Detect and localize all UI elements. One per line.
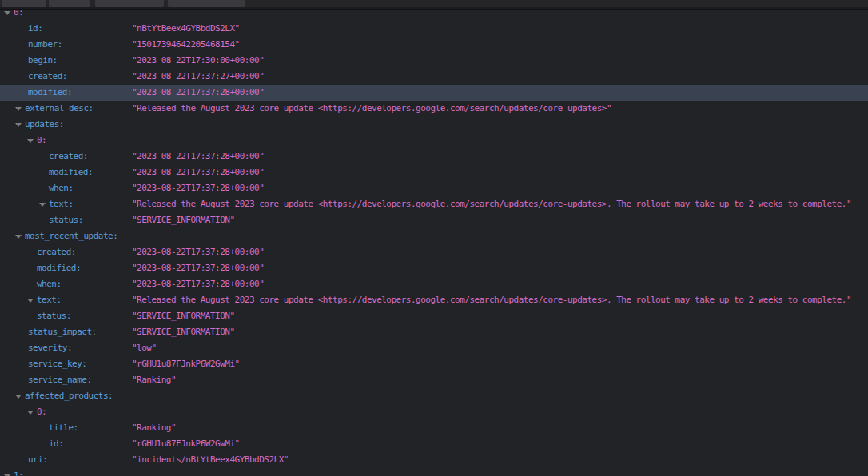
json-row-modified-16[interactable]: modified:"2023-08-22T17:37:28+00:00" (0, 260, 868, 276)
json-value: "2023-08-22T17:37:28+00:00" (132, 180, 868, 196)
expander-triangle-icon[interactable] (27, 411, 34, 415)
json-value: "Ranking" (132, 420, 868, 436)
json-key: created: (28, 69, 67, 85)
key-cell: text: (0, 196, 132, 212)
key-cell: created: (0, 69, 132, 85)
key-cell: severity: (0, 340, 132, 356)
expander-triangle-icon[interactable] (15, 395, 22, 399)
key-cell: id: (0, 21, 132, 37)
json-key: affected_products: (25, 388, 113, 404)
json-key: begin: (28, 53, 58, 69)
json-key: modified: (49, 165, 93, 180)
json-key: modified: (28, 85, 72, 101)
key-cell: status_impact: (0, 324, 132, 340)
expander-triangle-icon[interactable] (27, 139, 34, 143)
json-row-0-8[interactable]: 0: (0, 133, 868, 149)
json-row-text-12[interactable]: text:"Released the August 2023 core upda… (0, 196, 868, 212)
json-tree: 0:id:"nBtYtBeex4GYBbdDS2LX"number:"15017… (0, 5, 868, 476)
json-value: "2023-08-22T17:37:28+00:00" (132, 260, 868, 276)
json-key: service_name: (28, 372, 92, 388)
json-row-1-29[interactable]: 1: (0, 468, 868, 476)
json-row-modified-10[interactable]: modified:"2023-08-22T17:37:28+00:00" (0, 165, 868, 180)
json-value: "2023-08-22T17:37:28+00:00" (132, 244, 868, 260)
expander-triangle-icon[interactable] (15, 235, 22, 239)
json-key: title: (49, 420, 78, 436)
key-cell: updates: (0, 117, 132, 133)
json-key: text: (37, 292, 62, 308)
json-key: most_recent_update: (25, 228, 117, 244)
json-row-updates-7[interactable]: updates: (0, 117, 868, 133)
json-row-uri-28[interactable]: uri:"incidents/nBtYtBeex4GYBbdDS2LX" (0, 452, 868, 468)
expander-triangle-icon[interactable] (15, 123, 22, 127)
json-value: "Ranking" (132, 372, 868, 388)
key-cell: status: (0, 212, 132, 228)
json-row-service_name-23[interactable]: service_name:"Ranking" (0, 372, 868, 388)
json-row-text-18[interactable]: text:"Released the August 2023 core upda… (0, 292, 868, 308)
json-value: "Released the August 2023 core update <h… (132, 292, 868, 308)
json-key: status: (37, 308, 71, 324)
json-key: service_key: (28, 356, 86, 372)
json-value: "SERVICE_INFORMATION" (132, 324, 868, 340)
browser-tab-4[interactable] (168, 0, 245, 7)
json-value: "15017394642205468154" (132, 37, 868, 53)
json-key: created: (49, 149, 88, 165)
json-row-title-26[interactable]: title:"Ranking" (0, 420, 868, 436)
json-row-status-13[interactable]: status:"SERVICE_INFORMATION" (0, 212, 868, 228)
key-cell: number: (0, 37, 132, 53)
json-row-status-19[interactable]: status:"SERVICE_INFORMATION" (0, 308, 868, 324)
json-value: "incidents/nBtYtBeex4GYBbdDS2LX" (132, 452, 868, 468)
browser-tab-1[interactable] (2, 0, 46, 7)
json-row-severity-21[interactable]: severity:"low" (0, 340, 868, 356)
json-row-when-17[interactable]: when:"2023-08-22T17:37:28+00:00" (0, 276, 868, 292)
json-row-external_desc-6[interactable]: external_desc:"Released the August 2023 … (0, 101, 868, 117)
key-cell: begin: (0, 53, 132, 69)
json-viewer-window: 0:id:"nBtYtBeex4GYBbdDS2LX"number:"15017… (0, 0, 868, 476)
expander-triangle-icon[interactable] (27, 299, 34, 303)
json-key: created: (37, 244, 76, 260)
json-key: number: (28, 37, 62, 53)
json-value: "rGHU1u87FJnkP6W2GwMi" (132, 356, 868, 372)
json-key: id: (49, 436, 63, 452)
json-key: 0: (37, 404, 46, 420)
expander-triangle-icon[interactable] (4, 11, 10, 15)
expander-triangle-icon[interactable] (39, 203, 46, 207)
expander-triangle-icon[interactable] (15, 107, 22, 111)
key-cell: modified: (0, 260, 132, 276)
json-row-id-27[interactable]: id:"rGHU1u87FJnkP6W2GwMi" (0, 436, 868, 452)
key-cell: when: (0, 180, 132, 196)
json-key: id: (28, 21, 42, 37)
json-row-number-2[interactable]: number:"15017394642205468154" (0, 37, 868, 53)
key-cell: modified: (0, 85, 132, 101)
json-row-0-25[interactable]: 0: (0, 404, 868, 420)
key-cell: uri: (0, 452, 132, 468)
json-value: "2023-08-22T17:37:28+00:00" (132, 276, 868, 292)
json-row-when-11[interactable]: when:"2023-08-22T17:37:28+00:00" (0, 180, 868, 196)
json-row-begin-3[interactable]: begin:"2023-08-22T17:30:00+00:00" (0, 53, 868, 69)
browser-tab-3[interactable] (95, 0, 164, 7)
key-cell: status: (0, 308, 132, 324)
key-cell: service_name: (0, 372, 132, 388)
key-cell: created: (0, 149, 132, 165)
json-row-most_recent_update-14[interactable]: most_recent_update: (0, 228, 868, 244)
key-cell: most_recent_update: (0, 228, 132, 244)
browser-tab-strip (0, 0, 868, 10)
json-row-created-9[interactable]: created:"2023-08-22T17:37:28+00:00" (0, 149, 868, 165)
json-row-created-15[interactable]: created:"2023-08-22T17:37:28+00:00" (0, 244, 868, 260)
json-row-affected_products-24[interactable]: affected_products: (0, 388, 868, 404)
key-cell: affected_products: (0, 388, 132, 404)
key-cell: external_desc: (0, 101, 132, 117)
json-key: 0: (37, 133, 46, 149)
key-cell: id: (0, 436, 132, 452)
json-value: "Released the August 2023 core update <h… (132, 196, 868, 212)
json-row-modified-5[interactable]: modified:"2023-08-22T17:37:28+00:00" (0, 85, 868, 101)
json-value: "SERVICE_INFORMATION" (132, 308, 868, 324)
json-value: "2023-08-22T17:37:28+00:00" (132, 165, 868, 180)
json-value: "nBtYtBeex4GYBbdDS2LX" (132, 21, 868, 37)
json-row-id-1[interactable]: id:"nBtYtBeex4GYBbdDS2LX" (0, 21, 868, 37)
tab-strip-divider (0, 7, 868, 9)
json-row-status_impact-20[interactable]: status_impact:"SERVICE_INFORMATION" (0, 324, 868, 340)
key-cell: text: (0, 292, 132, 308)
json-row-service_key-22[interactable]: service_key:"rGHU1u87FJnkP6W2GwMi" (0, 356, 868, 372)
json-row-created-4[interactable]: created:"2023-08-22T17:37:27+00:00" (0, 69, 868, 85)
browser-tab-2[interactable] (49, 0, 90, 7)
